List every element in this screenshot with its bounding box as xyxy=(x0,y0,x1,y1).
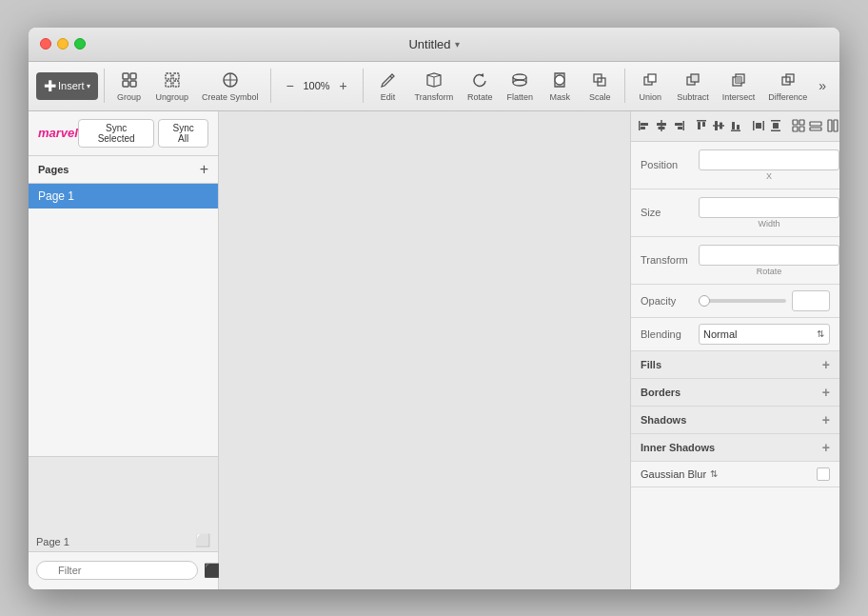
align-right-button[interactable] xyxy=(671,115,686,136)
filter-input[interactable] xyxy=(36,561,198,580)
mask-button[interactable]: Mask xyxy=(541,66,579,106)
intersect-button[interactable]: Intersect xyxy=(717,66,761,106)
x-input[interactable] xyxy=(699,149,839,170)
toolbar-separator-1 xyxy=(104,69,105,103)
transform-button[interactable]: Transform xyxy=(409,66,460,106)
svg-rect-58 xyxy=(834,120,838,131)
flatten-button[interactable]: Flatten xyxy=(501,66,539,106)
svg-rect-55 xyxy=(810,122,821,126)
gaussian-blur-stepper[interactable]: ⇅ xyxy=(710,468,718,479)
svg-rect-42 xyxy=(731,130,740,132)
toolbar-separator-3 xyxy=(363,69,364,103)
position-section: Position X Y xyxy=(631,142,839,189)
insert-button[interactable]: ✚ Insert ▾ xyxy=(36,72,98,100)
svg-rect-21 xyxy=(691,74,699,82)
close-button[interactable] xyxy=(40,38,51,50)
zoom-plus-button[interactable]: + xyxy=(336,78,351,93)
sidebar-top: marvel Sync Selected Sync All xyxy=(29,111,218,156)
borders-section-header[interactable]: Borders + xyxy=(631,379,839,407)
create-symbol-button[interactable]: Create Symbol xyxy=(196,66,265,106)
blending-select[interactable]: Normal Multiply Screen Overlay Darken Li… xyxy=(699,324,830,345)
svg-rect-2 xyxy=(123,81,128,87)
intersect-icon xyxy=(728,70,749,90)
align-center-v-button[interactable] xyxy=(711,115,726,136)
add-page-button[interactable]: + xyxy=(200,162,208,177)
svg-rect-19 xyxy=(648,74,656,82)
svg-rect-41 xyxy=(720,123,722,129)
toolbar-separator-4 xyxy=(624,69,625,103)
left-sidebar: marvel Sync Selected Sync All Pages + Pa… xyxy=(29,111,219,589)
union-label: Union xyxy=(639,92,661,102)
align-same-height-button[interactable] xyxy=(825,115,839,136)
insert-arrow-icon: ▾ xyxy=(87,82,90,90)
ungroup-button[interactable]: Ungroup xyxy=(150,66,195,106)
svg-rect-0 xyxy=(123,73,128,79)
zoom-minus-button[interactable]: − xyxy=(283,78,298,93)
align-center-h-button[interactable] xyxy=(654,115,669,136)
svg-rect-36 xyxy=(697,120,706,122)
canvas-area[interactable] xyxy=(219,111,630,589)
flatten-icon xyxy=(509,70,530,90)
align-bottom-button[interactable] xyxy=(728,115,743,136)
svg-rect-1 xyxy=(130,73,136,79)
ungroup-icon xyxy=(162,70,183,90)
svg-rect-7 xyxy=(173,81,179,87)
scale-icon xyxy=(589,70,610,90)
width-input[interactable] xyxy=(699,197,839,218)
shadows-section-header[interactable]: Shadows + xyxy=(631,407,839,434)
inner-shadows-add-button[interactable]: + xyxy=(822,440,830,455)
distribute-v-button[interactable] xyxy=(768,115,783,136)
edit-button[interactable]: Edit xyxy=(369,66,407,106)
fills-section-header[interactable]: Fills + xyxy=(631,351,839,379)
gaussian-blur-checkbox[interactable] xyxy=(817,467,830,481)
align-same-width-button[interactable] xyxy=(808,115,823,136)
svg-rect-49 xyxy=(771,130,780,132)
align-top-button[interactable] xyxy=(694,115,709,136)
align-left-button[interactable] xyxy=(637,115,652,136)
rotate-input[interactable] xyxy=(699,245,839,266)
subtract-label: Subtract xyxy=(677,92,709,102)
minimize-button[interactable] xyxy=(57,38,69,50)
opacity-slider-thumb[interactable] xyxy=(699,295,710,307)
size-row: Size Width 🔒 Height xyxy=(641,197,830,229)
svg-point-11 xyxy=(513,74,526,80)
align-tidy-button[interactable] xyxy=(791,115,806,136)
maximize-button[interactable] xyxy=(74,38,86,50)
svg-rect-31 xyxy=(657,123,666,126)
title-dropdown-icon[interactable]: ▾ xyxy=(455,39,460,50)
group-button[interactable]: Group xyxy=(110,66,148,106)
rotate-icon xyxy=(469,70,490,90)
gaussian-blur-label: Gaussian Blur ⇅ xyxy=(641,468,811,480)
union-button[interactable]: Union xyxy=(631,66,669,106)
borders-add-button[interactable]: + xyxy=(822,385,830,400)
canvas-preview-expand-icon[interactable]: ⬜ xyxy=(195,533,210,547)
transform-icon xyxy=(424,70,444,90)
zoom-value[interactable]: 100% xyxy=(300,80,334,91)
layer-pages-icon[interactable]: ⬛ xyxy=(204,563,220,578)
pages-list: Page 1 xyxy=(29,184,218,456)
marvel-logo: marvel xyxy=(38,126,78,140)
opacity-slider[interactable] xyxy=(699,299,786,303)
inner-shadows-section-header[interactable]: Inner Shadows + xyxy=(631,434,839,462)
opacity-input[interactable] xyxy=(792,290,830,311)
difference-button[interactable]: Difference xyxy=(762,66,813,106)
subtract-button[interactable]: Subtract xyxy=(671,66,715,106)
fills-add-button[interactable]: + xyxy=(822,357,830,372)
title-text: Untitled xyxy=(408,37,450,51)
insert-label: Insert xyxy=(58,80,85,91)
svg-rect-43 xyxy=(732,122,735,129)
transform-section: Transform Rotate xyxy=(631,237,839,285)
sync-selected-button[interactable]: Sync Selected xyxy=(78,119,154,148)
toolbar-separator-2 xyxy=(270,69,271,103)
rotate-toolbar-button[interactable]: Rotate xyxy=(461,66,499,106)
svg-rect-57 xyxy=(828,120,832,131)
sync-all-button[interactable]: Sync All xyxy=(158,119,208,148)
scale-button[interactable]: Scale xyxy=(581,66,619,106)
svg-rect-24 xyxy=(736,77,741,83)
page-item-1[interactable]: Page 1 xyxy=(29,184,218,209)
svg-point-12 xyxy=(513,80,526,86)
shadows-add-button[interactable]: + xyxy=(822,412,830,427)
more-button[interactable]: » xyxy=(815,74,830,97)
intersect-label: Intersect xyxy=(722,92,756,102)
distribute-h-button[interactable] xyxy=(751,115,766,136)
